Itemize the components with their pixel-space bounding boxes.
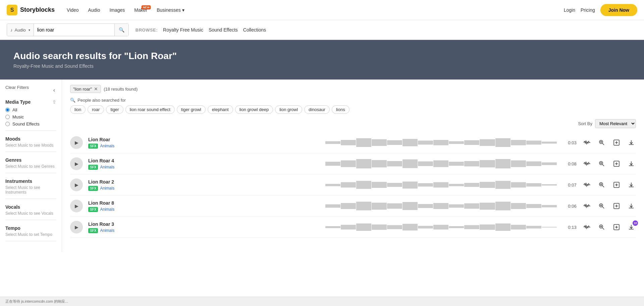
waveform-button-2[interactable] xyxy=(582,159,592,168)
add-to-project-button-2[interactable] xyxy=(612,159,621,168)
track-actions-1 xyxy=(582,138,636,147)
tag-lion[interactable]: lion xyxy=(70,105,86,114)
nav-item-maker[interactable]: Maker NEW xyxy=(130,5,151,15)
svg-line-37 xyxy=(602,228,604,230)
track-info-4: Lion Roar 8 SFX Animals xyxy=(88,200,320,212)
browse-sound-effects[interactable]: Sound Effects xyxy=(209,27,238,33)
play-button-5[interactable]: ▶ xyxy=(70,221,83,234)
tempo-sub: Select Music to set Tempo xyxy=(5,232,56,237)
waveform-bars-5 xyxy=(325,222,557,232)
tag-tiger[interactable]: tiger xyxy=(106,105,123,114)
nav-item-video[interactable]: Video xyxy=(63,5,83,15)
moods-section: Moods Select Music to see Moods xyxy=(5,136,56,152)
track-info-3: Lion Roar 2 SFX Animals xyxy=(88,179,320,191)
download-button-2[interactable] xyxy=(627,159,636,168)
filter-tag-text: "lion roar" xyxy=(73,87,92,92)
download-button-1[interactable] xyxy=(627,138,636,147)
sort-select[interactable]: Most Relevant Newest Oldest xyxy=(595,119,636,128)
vocals-section: Vocals Select Music to see Vocals xyxy=(5,204,56,220)
track-meta-5: SFX Animals xyxy=(88,228,320,233)
track-category-5[interactable]: Animals xyxy=(100,228,114,233)
browse-collections[interactable]: Collections xyxy=(243,27,266,33)
track-category-4[interactable]: Animals xyxy=(100,207,114,212)
instruments-title: Instruments xyxy=(5,178,56,184)
similar-button-4[interactable] xyxy=(597,201,606,211)
radio-all[interactable]: All xyxy=(5,107,56,112)
tag-dinosaur[interactable]: dinosaur xyxy=(304,105,330,114)
pricing-link[interactable]: Pricing xyxy=(581,7,595,13)
tag-elephant[interactable]: elephant xyxy=(208,105,233,114)
track-actions-3 xyxy=(582,180,636,190)
similar-button-5[interactable] xyxy=(597,222,606,232)
track-info-2: Lion Roar 4 SFX Animals xyxy=(88,158,320,170)
sort-label: Sort By xyxy=(578,121,592,126)
radio-music[interactable]: Music xyxy=(5,114,56,119)
filter-tag-close[interactable]: ✕ xyxy=(94,86,98,92)
tag-lion-growl[interactable]: lion growl xyxy=(275,105,302,114)
search-input[interactable] xyxy=(34,24,114,36)
svg-line-28 xyxy=(602,207,604,208)
login-link[interactable]: Login xyxy=(564,7,575,13)
results-top: "lion roar" ✕ (18 results found) xyxy=(70,85,636,93)
play-button-3[interactable]: ▶ xyxy=(70,178,83,191)
add-to-project-button-5[interactable] xyxy=(612,222,621,232)
also-searched-label: 🔍 People also searched for xyxy=(70,98,636,103)
table-row: ▶ Lion Roar 8 SFX Animals 0:06 xyxy=(70,196,636,217)
track-waveform-1 xyxy=(325,137,557,148)
nav-item-businesses[interactable]: Businesses ▾ xyxy=(153,5,188,15)
hero-section: Audio search results for "Lion Roar" Roy… xyxy=(0,40,644,80)
browse-royalty-free-music[interactable]: Royalty Free Music xyxy=(163,27,203,33)
svg-line-10 xyxy=(602,164,604,166)
similar-button-1[interactable] xyxy=(597,138,606,147)
nav-item-images[interactable]: Images xyxy=(105,5,129,15)
waveform-button-3[interactable] xyxy=(582,180,592,190)
waveform-button-4[interactable] xyxy=(582,201,592,211)
track-actions-4 xyxy=(582,201,636,211)
media-type-toggle[interactable]: ⇧ xyxy=(52,99,56,105)
waveform-button-5[interactable] xyxy=(582,222,592,232)
results-area: "lion roar" ✕ (18 results found) 🔍 Peopl… xyxy=(62,80,644,252)
genres-sub: Select Music to see Genres xyxy=(5,164,56,169)
play-button-1[interactable]: ▶ xyxy=(70,136,83,149)
also-searched: 🔍 People also searched for lion roar tig… xyxy=(70,98,636,114)
search-button[interactable]: 🔍 xyxy=(114,24,128,36)
track-category-3[interactable]: Animals xyxy=(100,186,114,191)
track-name-5: Lion Roar 3 xyxy=(88,221,320,227)
tag-lion-roar-sound-effect[interactable]: lion roar sound effect xyxy=(125,105,175,114)
media-type-section: Media Type ⇧ All Music Sound Effects xyxy=(5,99,56,131)
radio-sound-effects[interactable]: Sound Effects xyxy=(5,121,56,126)
play-button-4[interactable]: ▶ xyxy=(70,200,83,212)
download-count-5: 10 xyxy=(633,220,638,226)
add-to-project-button-3[interactable] xyxy=(612,180,621,190)
join-now-button[interactable]: Join Now xyxy=(600,4,637,16)
search-bar: ♪ Audio ▾ 🔍 BROWSE: Royalty Free Music S… xyxy=(0,20,644,40)
header-right: Login Pricing Join Now xyxy=(564,4,637,16)
track-meta-4: SFX Animals xyxy=(88,207,320,212)
add-to-project-button-1[interactable] xyxy=(612,138,621,147)
play-button-2[interactable]: ▶ xyxy=(70,157,83,170)
similar-button-3[interactable] xyxy=(597,180,606,190)
media-type-options: All Music Sound Effects xyxy=(5,107,56,126)
similar-button-2[interactable] xyxy=(597,159,606,168)
logo[interactable]: S Storyblocks xyxy=(7,5,55,15)
tag-lions[interactable]: lions xyxy=(332,105,350,114)
tag-lion-growl-deep[interactable]: lion growl deep xyxy=(235,105,273,114)
track-category-2[interactable]: Animals xyxy=(100,165,114,169)
genres-title: Genres xyxy=(5,157,56,163)
nav-item-audio[interactable]: Audio xyxy=(84,5,104,15)
search-type-select[interactable]: ♪ Audio ▾ xyxy=(7,24,34,36)
track-duration-1: 0:03 xyxy=(562,140,582,145)
tag-roar[interactable]: roar xyxy=(88,105,104,114)
tag-tiger-growl[interactable]: tiger growl xyxy=(177,105,206,114)
sidebar: Clear Filters ‹ Media Type ⇧ All Music xyxy=(0,80,62,252)
add-to-project-button-4[interactable] xyxy=(612,201,621,211)
track-category-1[interactable]: Animals xyxy=(100,144,114,148)
clear-filters-button[interactable]: Clear Filters xyxy=(5,85,29,90)
svg-line-1 xyxy=(602,143,604,145)
download-button-4[interactable] xyxy=(627,201,636,211)
search-icon: 🔍 xyxy=(119,27,124,33)
waveform-button-1[interactable] xyxy=(582,138,592,147)
sidebar-collapse-button[interactable]: ‹ xyxy=(52,86,56,95)
instruments-sub: Select Music to see Instruments xyxy=(5,185,56,195)
download-button-3[interactable] xyxy=(627,180,636,190)
